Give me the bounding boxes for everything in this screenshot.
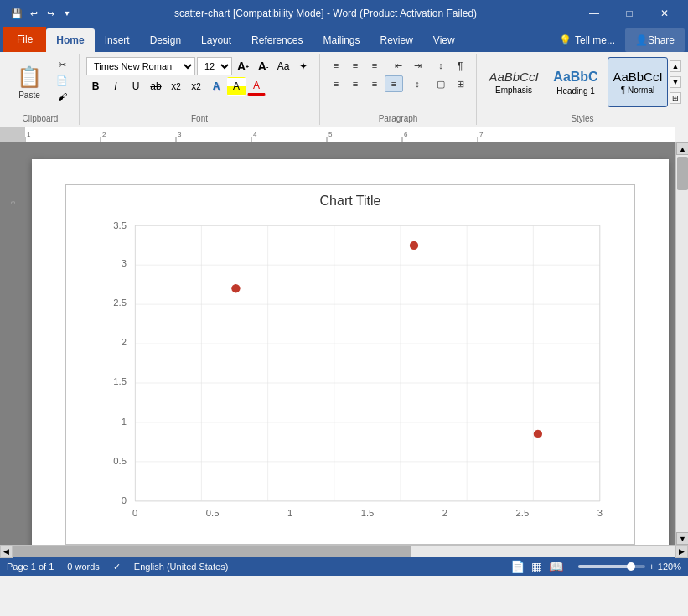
shrink-font-button[interactable]: A-	[254, 57, 272, 75]
quick-access-arrow[interactable]: ▼	[60, 7, 74, 20]
font-controls: Times New Roman 12 A+ A- Aa ✦ B I U ab x…	[86, 57, 313, 96]
align-right-button[interactable]: ≡	[365, 75, 384, 92]
bullets-button[interactable]: ≡	[327, 57, 345, 74]
zoom-thumb[interactable]	[627, 562, 635, 571]
underline-button[interactable]: U	[127, 77, 145, 96]
save-icon[interactable]: 💾	[10, 7, 23, 20]
font-family-select[interactable]: Times New Roman	[86, 57, 195, 75]
scroll-track[interactable]	[676, 155, 688, 532]
tab-file[interactable]: File	[3, 27, 46, 52]
align-left-button[interactable]: ≡	[327, 75, 345, 92]
numbering-button[interactable]: ≡	[346, 57, 365, 74]
close-button[interactable]: ✕	[648, 0, 681, 27]
italic-button[interactable]: I	[106, 77, 125, 96]
style-normal[interactable]: AaBbCcI ¶ Normal	[608, 57, 668, 107]
chart-container[interactable]: Chart Title	[65, 184, 635, 545]
window-controls[interactable]: — □ ✕	[577, 0, 681, 27]
decrease-indent-button[interactable]: ⇤	[389, 57, 407, 74]
tab-mailings[interactable]: Mailings	[313, 28, 370, 52]
tab-view[interactable]: View	[423, 28, 465, 52]
bold-button[interactable]: B	[86, 77, 105, 96]
scroll-left-button[interactable]: ◀	[0, 546, 13, 558]
superscript-button[interactable]: x2	[187, 77, 205, 96]
chart-area: 0 0.5 1 1.5 2 2.5 3 3.5 0 0.5 1	[75, 217, 626, 536]
center-button[interactable]: ≡	[346, 75, 365, 92]
view-read-icon[interactable]: 📖	[549, 560, 563, 573]
h-scroll-track[interactable]	[13, 546, 675, 557]
ruler: 1 2 3 4 5 6 7	[0, 127, 688, 142]
data-point-1[interactable]	[231, 284, 240, 292]
redo-icon[interactable]: ↪	[44, 7, 57, 20]
window-title: scatter-chart [Compatibility Mode] - Wor…	[74, 8, 577, 19]
data-point-2[interactable]	[410, 241, 418, 250]
zoom-plus-button[interactable]: +	[649, 562, 654, 572]
styles-arrow[interactable]: ▲ ▼ ⊞	[670, 57, 681, 107]
font-size-select[interactable]: 12	[197, 57, 232, 75]
scroll-down-button[interactable]: ▼	[676, 532, 688, 545]
ruler-scrollbar	[675, 127, 688, 142]
style-emphasis[interactable]: AaBbCcI Emphasis	[484, 57, 544, 107]
increase-indent-button[interactable]: ⇥	[408, 57, 427, 74]
h-scroll-thumb[interactable]	[13, 546, 411, 557]
styles-label: Styles	[571, 114, 593, 123]
text-effects-button[interactable]: A	[207, 77, 225, 96]
line-spacing-button[interactable]: ↕	[408, 75, 427, 92]
share-icon: 👤	[635, 34, 648, 46]
style-heading1[interactable]: AaBbC Heading 1	[546, 57, 606, 107]
emphasis-label: Emphasis	[495, 85, 532, 95]
format-painter-button[interactable]: 🖌	[52, 89, 72, 104]
paste-button[interactable]: 📋 Paste	[8, 57, 50, 107]
scroll-right-button[interactable]: ▶	[675, 546, 688, 558]
view-layout-icon[interactable]: ▦	[531, 560, 542, 573]
zoom-slider[interactable]	[578, 565, 645, 568]
language[interactable]: English (United States)	[134, 562, 229, 572]
tab-insert[interactable]: Insert	[95, 28, 140, 52]
cut-button[interactable]: ✂	[52, 57, 72, 72]
vertical-scrollbar[interactable]: ▲ ▼	[675, 142, 688, 545]
zoom-level[interactable]: 120%	[658, 562, 681, 572]
styles-scroll-up[interactable]: ▲	[670, 60, 681, 72]
zoom-minus-button[interactable]: −	[570, 562, 575, 572]
ribbon-group-font: Times New Roman 12 A+ A- Aa ✦ B I U ab x…	[80, 54, 320, 125]
styles-expand[interactable]: ⊞	[670, 92, 681, 104]
tab-design[interactable]: Design	[140, 28, 191, 52]
data-point-3[interactable]	[534, 430, 542, 438]
copy-button[interactable]: 📄	[52, 73, 72, 88]
strikethrough-button[interactable]: ab	[147, 77, 165, 96]
document-scroll[interactable]: Chart Title	[25, 142, 675, 545]
horizontal-scrollbar[interactable]: ◀ ▶	[0, 545, 688, 557]
svg-text:1: 1	[122, 417, 127, 427]
scroll-thumb[interactable]	[677, 157, 688, 190]
proofing-icon[interactable]: ✓	[113, 562, 121, 572]
grow-font-button[interactable]: A+	[234, 57, 252, 75]
tab-tell-me[interactable]: 💡 Tell me...	[549, 28, 625, 52]
scroll-up-button[interactable]: ▲	[676, 142, 688, 155]
tab-home[interactable]: Home	[46, 28, 94, 52]
justify-button[interactable]: ≡	[385, 75, 403, 92]
show-marks-button[interactable]: ¶	[451, 57, 469, 74]
multilevel-button[interactable]: ≡	[365, 57, 384, 74]
sort-button[interactable]: ↕	[432, 57, 450, 74]
text-highlight-button[interactable]: A	[227, 77, 246, 96]
tab-review[interactable]: Review	[370, 28, 422, 52]
tab-layout[interactable]: Layout	[191, 28, 241, 52]
shading-button[interactable]: ▢	[432, 75, 450, 92]
ruler-ticks: 1 2 3 4 5 6 7	[25, 127, 675, 142]
tab-references[interactable]: References	[241, 28, 313, 52]
change-case-button[interactable]: Aa	[274, 57, 292, 75]
maximize-button[interactable]: □	[613, 0, 646, 27]
clear-formatting-button[interactable]: ✦	[294, 57, 313, 75]
paste-icon: 📋	[17, 65, 42, 89]
svg-text:2: 2	[122, 337, 127, 347]
styles-scroll-down[interactable]: ▼	[670, 76, 681, 88]
minimize-button[interactable]: —	[577, 0, 611, 27]
view-normal-icon[interactable]: 📄	[510, 560, 525, 573]
document-area: 3 Chart Title	[0, 142, 688, 545]
undo-icon[interactable]: ↩	[27, 7, 40, 20]
share-button[interactable]: 👤 Share	[625, 28, 685, 52]
borders-button[interactable]: ⊞	[451, 75, 469, 92]
subscript-button[interactable]: x2	[167, 77, 185, 96]
font-color-button[interactable]: A	[247, 77, 266, 96]
heading1-preview: AaBbC	[553, 70, 597, 85]
title-bar-controls[interactable]: 💾 ↩ ↪ ▼	[10, 7, 74, 20]
